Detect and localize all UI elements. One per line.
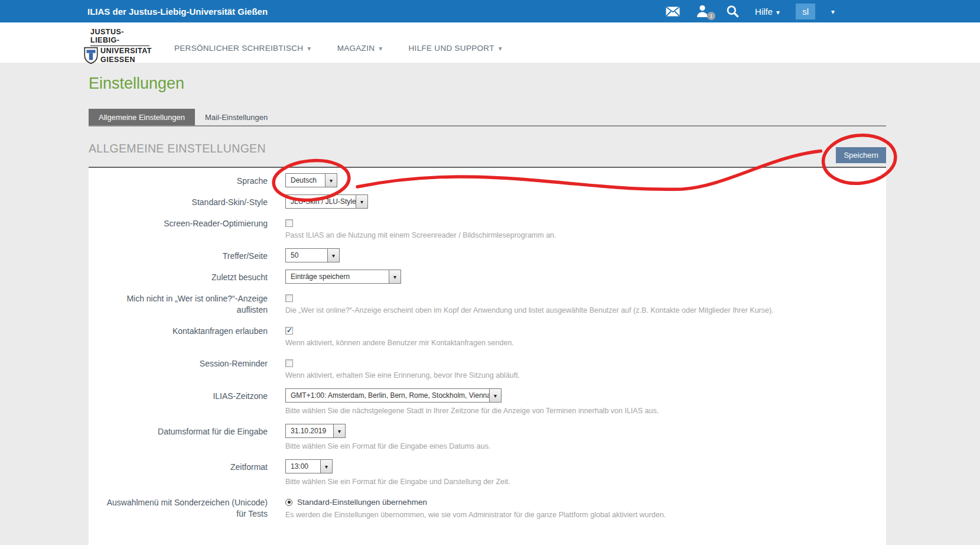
select-arrow-icon[interactable] [489, 388, 502, 403]
form-row-label-line: Sprache [89, 176, 268, 187]
form-row-control: Standard-Einstellungen übernehmenEs werd… [285, 495, 886, 521]
tab-mail-einstellungen[interactable]: Mail-Einstellungen [195, 109, 278, 125]
form-row-label-line: Zuletzt besucht [89, 272, 268, 283]
form-row-help: Es werden die Einstellungen übernommen, … [285, 510, 886, 520]
form-row-label: Zeitformat [89, 459, 285, 488]
select-arrow-icon[interactable] [327, 248, 340, 262]
chevron-down-icon [379, 44, 382, 53]
form-row-label: Screen-Reader-Optimierung [89, 216, 285, 241]
nav-label: MAGAZIN [337, 44, 375, 53]
radio-button-icon[interactable] [285, 499, 292, 506]
page-title: Einstellungen [89, 74, 886, 92]
form-row-label-line: für Tests [89, 508, 268, 520]
select-arrow-icon[interactable] [320, 459, 333, 473]
user-menu-chevron-icon[interactable] [831, 6, 835, 17]
select-treffer-seite[interactable]: 50 [285, 248, 340, 262]
form-row-control: 13:00Bitte wählen Sie ein Format für die… [285, 459, 886, 488]
section-title: ALLGEMEINE EINSTELLUNGEN [89, 142, 266, 155]
checkbox-kontaktanfragen-erlauben[interactable] [285, 327, 293, 335]
site-header: JUSTUS-LIEBIG- UNIVERSITAT GIESSEN PERSÖ… [0, 22, 980, 63]
radio-label: Standard-Einstellungen übernehmen [297, 498, 427, 507]
form-row-control: 50 [285, 248, 886, 262]
form-row-kontaktanfragen-erlauben: Kontaktanfragen erlaubenWenn aktiviert, … [89, 323, 886, 349]
select-datumsformat[interactable]: 31.10.2019 [285, 424, 346, 438]
form-row-help: Passt ILIAS an die Nutzung mit einem Scr… [285, 231, 886, 240]
form-row-control: GMT+1:00: Amsterdam, Berlin, Bern, Rome,… [285, 388, 886, 417]
nav-persoenlicher-schreibtisch[interactable]: PERSÖNLICHER SCHREIBTISCH [174, 44, 311, 53]
user-menu-initials[interactable]: sl [796, 4, 815, 20]
university-logo[interactable]: JUSTUS-LIEBIG- UNIVERSITAT GIESSEN [90, 28, 152, 64]
form-row-standard-skin-style: Standard-Skin/-StyleJLU-Skin / JLU-Style [89, 194, 886, 209]
form-rows: SpracheDeutschStandard-Skin/-StyleJLU-Sk… [89, 173, 886, 521]
checkbox-screen-reader-optimierung[interactable] [285, 219, 293, 227]
form-row-label: Standard-Skin/-Style [89, 194, 285, 209]
form-row-label: Session-Reminder [89, 356, 285, 381]
form-row-session-reminder: Session-ReminderWenn aktiviert, erhalten… [89, 356, 886, 381]
checkbox-session-reminder[interactable] [285, 359, 293, 367]
help-label: Hilfe [755, 7, 773, 17]
form-row-help: Die „Wer ist online?“-Anzeige erscheint … [285, 306, 886, 315]
select-value: Deutsch [285, 173, 325, 187]
form-row-label: Datumsformat für die Eingabe [89, 424, 285, 452]
form-row-ilias-zeitzone: ILIAS-ZeitzoneGMT+1:00: Amsterdam, Berli… [89, 388, 886, 417]
form-row-label-line: Zeitformat [89, 462, 268, 473]
section-header-row: ALLGEMEINE EINSTELLUNGEN Speichern [89, 142, 886, 160]
form-row-label-line: Datumsformat für die Eingabe [89, 426, 268, 437]
select-value: 31.10.2019 [285, 424, 333, 438]
form-row-zuletzt-besucht: Zuletzt besuchtEinträge speichern [89, 270, 886, 284]
chevron-down-icon [499, 44, 502, 53]
select-value: JLU-Skin / JLU-Style [285, 194, 356, 209]
main-nav: PERSÖNLICHER SCHREIBTISCH MAGAZIN HILFE … [174, 44, 502, 53]
form-row-label-line: auflisten [89, 304, 268, 316]
user-icon[interactable]: 1 [696, 5, 710, 18]
logo-text-line3: GIESSEN [100, 56, 152, 64]
settings-form: SpracheDeutschStandard-Skin/-StyleJLU-Sk… [89, 167, 886, 545]
select-arrow-icon[interactable] [325, 173, 337, 187]
form-row-control: Wenn aktiviert, erhalten Sie eine Erinne… [285, 356, 886, 381]
form-row-label-line: Mich nicht in „Wer ist online?“-Anzeige [89, 293, 268, 304]
form-row-label: Mich nicht in „Wer ist online?“-Anzeigea… [89, 291, 285, 316]
nav-label: PERSÖNLICHER SCHREIBTISCH [174, 44, 303, 53]
form-row-control: Die „Wer ist online?“-Anzeige erscheint … [285, 291, 886, 316]
checkbox-wer-ist-online[interactable] [285, 294, 293, 302]
form-row-screen-reader-optimierung: Screen-Reader-OptimierungPasst ILIAS an … [89, 216, 886, 241]
form-row-label-line: ILIAS-Zeitzone [89, 391, 268, 402]
nav-magazin[interactable]: MAGAZIN [337, 44, 383, 53]
radio-sonderzeichen-unicode[interactable]: Standard-Einstellungen übernehmen [285, 495, 886, 507]
form-row-label: Kontaktanfragen erlauben [89, 323, 285, 349]
notification-badge: 1 [707, 12, 715, 20]
form-row-help: Bitte wählen Sie ein Format für die Eing… [285, 442, 886, 451]
form-row-label: Treffer/Seite [89, 248, 285, 262]
form-row-label: Zuletzt besucht [89, 270, 285, 284]
search-icon[interactable] [726, 5, 739, 18]
select-arrow-icon[interactable] [389, 270, 401, 284]
form-row-help: Wenn aktiviert, erhalten Sie eine Erinne… [285, 371, 886, 380]
select-arrow-icon[interactable] [333, 424, 346, 438]
form-row-label: Sprache [89, 173, 285, 187]
help-menu[interactable]: Hilfe [755, 7, 780, 17]
mail-icon[interactable] [666, 7, 680, 17]
form-row-control: Deutsch [285, 173, 886, 187]
form-row-zeitformat: Zeitformat13:00Bitte wählen Sie ein Form… [89, 459, 886, 488]
chevron-down-icon [307, 44, 311, 53]
select-arrow-icon[interactable] [356, 194, 368, 209]
shield-logo-icon [83, 47, 99, 64]
form-row-help: Bitte wählen Sie die nächstgelegene Stad… [285, 406, 886, 416]
form-row-label: Auswahlmenü mit Sonderzeichen (Unicode)f… [89, 495, 285, 521]
select-value: 50 [285, 248, 327, 262]
form-row-control: JLU-Skin / JLU-Style [285, 194, 886, 209]
top-bar: ILIAS der Justus-Liebig-Universität Gieß… [0, 0, 980, 22]
app-title: ILIAS der Justus-Liebig-Universität Gieß… [87, 7, 268, 17]
select-standard-skin-style[interactable]: JLU-Skin / JLU-Style [285, 194, 368, 209]
nav-label: HILFE UND SUPPORT [409, 44, 494, 53]
select-zuletzt-besucht[interactable]: Einträge speichern [285, 270, 401, 284]
form-row-sonderzeichen-unicode: Auswahlmenü mit Sonderzeichen (Unicode)f… [89, 495, 886, 521]
tab-allgemeine-einstellungen[interactable]: Allgemeine Einstellungen [89, 109, 195, 125]
select-sprache[interactable]: Deutsch [285, 173, 337, 187]
nav-hilfe-und-support[interactable]: HILFE UND SUPPORT [409, 44, 502, 53]
form-row-label-line: Session-Reminder [89, 358, 268, 369]
select-ilias-zeitzone[interactable]: GMT+1:00: Amsterdam, Berlin, Bern, Rome,… [285, 388, 502, 403]
save-button[interactable]: Speichern [836, 147, 886, 163]
select-zeitformat[interactable]: 13:00 [285, 459, 333, 473]
select-value: GMT+1:00: Amsterdam, Berlin, Bern, Rome,… [285, 388, 489, 403]
